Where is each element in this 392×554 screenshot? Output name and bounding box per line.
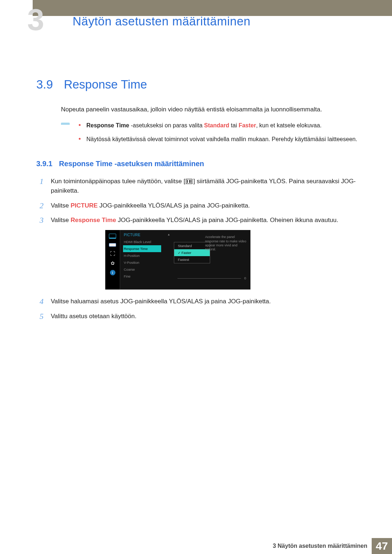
dropdown-faster: Faster <box>174 249 210 256</box>
note1-p1: Response Time <box>86 122 129 128</box>
dropdown-standard: Standard <box>174 242 210 249</box>
page-footer: 3 Näytön asetusten määrittäminen 47 <box>0 538 392 554</box>
resize-tab-icon: ⛶ <box>109 251 116 256</box>
step-number: 1 <box>36 177 44 196</box>
bullet-dot-icon <box>79 138 81 140</box>
note1-p4: tai <box>229 122 239 128</box>
step-2-text: Valitse PICTURE JOG-painikkeella YLÖS/AL… <box>51 201 359 210</box>
step-1-text: Kun toimintonäppäinopas tulee näyttöön, … <box>51 177 359 196</box>
osd-dropdown: Standard Faster Fastest <box>174 242 210 263</box>
osd-row-fine: Fine <box>124 273 247 280</box>
footer-chapter-ref: 3 Näytön asetusten määrittäminen <box>273 538 372 554</box>
osd-row-response-time: Response Time <box>123 245 161 252</box>
osd-description: Accelerate the panel response rate to ma… <box>205 235 247 251</box>
subsection-title: Response Time -asetuksen määrittäminen <box>59 160 204 168</box>
footer-page-number: 47 <box>372 538 392 554</box>
step-2: 2 Valitse PICTURE JOG-painikkeella YLÖS/… <box>36 201 359 210</box>
dropdown-fastest: Fastest <box>174 256 210 263</box>
note1-p6: , kun et katsele elokuvaa. <box>256 122 322 128</box>
info-tab-icon: i <box>110 270 115 275</box>
s2a: Valitse <box>51 202 71 209</box>
page-content: 3.9 Response Time Nopeuta paneelin vasta… <box>0 16 392 321</box>
osd-fine-value: 0 <box>244 276 246 280</box>
s3a: Valitse <box>51 217 71 223</box>
osd-screenshot: ⛶ ✿ i PICTURE ▲ HDMI Black Level Respons… <box>105 230 359 290</box>
note-icon <box>61 123 70 127</box>
arrow-up-icon: ▲ <box>167 233 170 236</box>
section-intro: Nopeuta paneelin vastausaikaa, jolloin v… <box>61 106 359 113</box>
osd-slider-line <box>177 278 241 279</box>
note-bullet-2: Näytössä käytettävissä olevat toiminnot … <box>79 135 359 144</box>
section-title: Response Time <box>64 78 147 91</box>
note-block: Response Time -asetukseksi on paras vali… <box>61 121 359 149</box>
s3b: Response Time <box>71 217 116 223</box>
s2c: JOG-painikkeella YLÖS/ALAS ja paina JOG-… <box>98 202 250 209</box>
step-3-text: Valitse Response Time JOG-painikkeella Y… <box>51 216 359 225</box>
note1-p3: Standard <box>204 122 229 128</box>
osd-main: PICTURE ▲ HDMI Black Level Response Time… <box>120 230 250 290</box>
settings-tab-icon: ✿ <box>109 260 116 266</box>
step-5: 5 Valittu asetus otetaan käyttöön. <box>36 312 359 321</box>
header-bar <box>0 0 392 16</box>
step-number: 5 <box>36 312 44 321</box>
s2b: PICTURE <box>71 202 98 209</box>
step-number: 3 <box>36 216 44 225</box>
step-1: 1 Kun toimintonäppäinopas tulee näyttöön… <box>36 177 359 196</box>
subsection-heading: 3.9.1 Response Time -asetuksen määrittäm… <box>36 160 359 168</box>
step-4-text: Valitse haluamasi asetus JOG-painikkeell… <box>51 297 359 306</box>
step-3: 3 Valitse Response Time JOG-painikkeella… <box>36 216 359 225</box>
note-text-2: Näytössä käytettävissä olevat toiminnot … <box>86 135 357 144</box>
subsection-number: 3.9.1 <box>36 160 52 168</box>
osd-panel: ⛶ ✿ i PICTURE ▲ HDMI Black Level Respons… <box>105 230 250 290</box>
picture-tab-icon <box>109 234 116 239</box>
color-tab-icon <box>109 243 116 247</box>
bullet-dot-icon <box>79 124 81 126</box>
menu-icon <box>186 179 192 184</box>
s3c: JOG-painikkeella YLÖS/ALAS ja paina JOG-… <box>116 217 338 223</box>
section-heading: 3.9 Response Time <box>36 78 359 91</box>
osd-sidebar: ⛶ ✿ i <box>105 230 120 290</box>
section-number: 3.9 <box>36 78 53 91</box>
note-text-1: Response Time -asetukseksi on paras vali… <box>86 121 322 130</box>
step-number: 2 <box>36 201 44 210</box>
note1-p5: Faster <box>238 122 256 128</box>
note1-p2: -asetukseksi on paras valita <box>129 122 204 128</box>
step-number: 4 <box>36 297 44 306</box>
osd-row-coarse: Coarse <box>124 266 247 273</box>
s1a: Kun toimintonäppäinopas tulee näyttöön, … <box>51 178 185 185</box>
step-4: 4 Valitse haluamasi asetus JOG-painikkee… <box>36 297 359 306</box>
note-bullet-1: Response Time -asetukseksi on paras vali… <box>79 121 359 130</box>
note-list: Response Time -asetukseksi on paras vali… <box>79 121 359 149</box>
step-5-text: Valittu asetus otetaan käyttöön. <box>51 312 359 321</box>
